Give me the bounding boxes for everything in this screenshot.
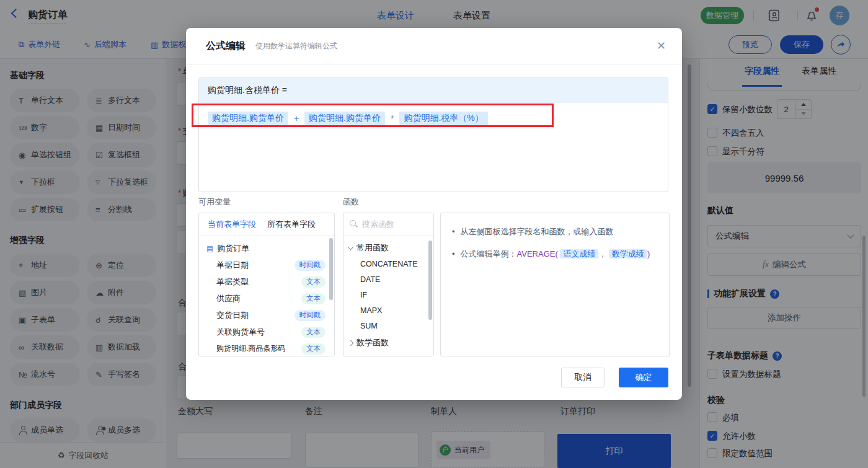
app-window: 购货订单 表单设计 表单设置 数据管理 存 ⧉ 表单外链 [0, 0, 868, 468]
variables-panel: 当前表单字段 所有表单字段 ▤ 购货订单 单据日期时间戳 单据类型文本 供应商文… [198, 213, 335, 356]
caret-down-icon [348, 244, 354, 250]
available-variables-label: 可用变量 [198, 196, 231, 208]
group-common-functions[interactable]: 常用函数 [348, 239, 431, 257]
type-badge: 时间戳 [294, 260, 326, 271]
formula-editor[interactable]: 购货明细.含税单价 = 购货明细.购货单价 + 购货明细.购货单价 * 购货明细… [198, 77, 668, 192]
search-placeholder: 搜索函数 [362, 219, 394, 230]
caret-right-icon [348, 340, 354, 346]
type-badge: 文本 [301, 276, 326, 288]
functions-panel: 搜索函数 常用函数 CONCATENATE DATE IF MAPX SUM 数… [343, 213, 434, 356]
function-search[interactable]: 搜索函数 [343, 213, 433, 236]
variables-scrollbar-thumb[interactable] [329, 238, 333, 300]
function-item[interactable]: IF [348, 288, 431, 303]
function-item[interactable]: SUM [348, 319, 431, 334]
functions-label: 函数 [343, 196, 359, 208]
tree-item[interactable]: 购货明细.商品条形码文本 [206, 340, 330, 356]
variables-tabs: 当前表单字段 所有表单字段 [199, 213, 334, 236]
function-tree: 常用函数 CONCATENATE DATE IF MAPX SUM 数学函数 文… [343, 236, 433, 356]
function-item[interactable]: DATE [348, 272, 431, 288]
tree-item[interactable]: 单据日期时间戳 [206, 257, 330, 273]
tree-root-purchase-order[interactable]: ▤ 购货订单 [206, 240, 330, 257]
tree-item[interactable]: 交货日期时间戳 [206, 307, 330, 324]
example-field-chip: 数学成绩 [609, 249, 647, 258]
example-field-chip: 语文成绩 [560, 249, 598, 258]
type-badge: 文本 [301, 327, 326, 338]
hint-line-1: •从左侧面板选择字段名和函数，或输入函数 [452, 226, 660, 238]
tree-item[interactable]: 供应商文本 [206, 290, 330, 307]
annotation-highlight-box [192, 104, 554, 127]
function-item[interactable]: CONCATENATE [348, 257, 431, 272]
formula-target: 购货明细.含税单价 = [199, 78, 668, 103]
close-icon[interactable]: ✕ [657, 39, 666, 53]
confirm-button[interactable]: 确定 [619, 368, 668, 387]
tab-all-form-fields[interactable]: 所有表单字段 [267, 219, 316, 230]
cancel-button[interactable]: 取消 [561, 368, 604, 387]
type-badge: 文本 [301, 343, 326, 355]
formula-edit-modal: 公式编辑 使用数学运算符编辑公式 ✕ 购货明细.含税单价 = 购货明细.购货单价… [186, 28, 682, 400]
hint-line-2: • 公式编辑举例：AVERAGE( 语文成绩， 数学成绩) [452, 248, 660, 260]
modal-subtitle: 使用数学运算符编辑公式 [255, 41, 337, 51]
tab-current-form-fields[interactable]: 当前表单字段 [208, 219, 256, 230]
type-badge: 文本 [301, 293, 326, 304]
variables-tree: ▤ 购货订单 单据日期时间戳 单据类型文本 供应商文本 交货日期时间戳 关联购货… [199, 236, 334, 356]
group-math-functions[interactable]: 数学函数 [348, 334, 431, 351]
type-badge: 时间戳 [294, 310, 326, 321]
tree-item[interactable]: 单据类型文本 [206, 273, 330, 290]
document-icon: ▤ [206, 244, 213, 253]
group-text-functions[interactable]: 文本函数 [348, 351, 431, 356]
search-icon [350, 220, 358, 228]
example-function: AVERAGE( [517, 249, 558, 258]
hint-panel: •从左侧面板选择字段名和函数，或输入函数 • 公式编辑举例：AVERAGE( 语… [440, 213, 670, 356]
function-item[interactable]: MAPX [348, 303, 431, 319]
functions-scrollbar-thumb[interactable] [428, 241, 432, 320]
modal-title: 公式编辑 [206, 40, 246, 53]
modal-header: 公式编辑 使用数学运算符编辑公式 [186, 28, 682, 65]
tree-item[interactable]: 关联购货单号文本 [206, 324, 330, 340]
